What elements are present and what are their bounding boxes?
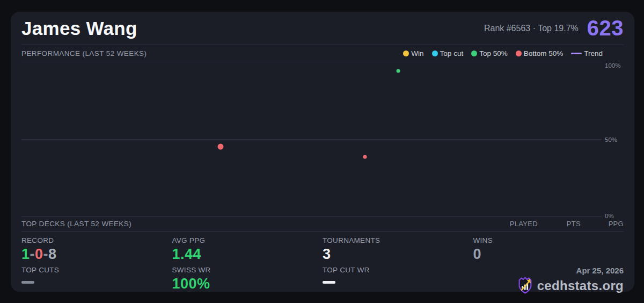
stat-label: RECORD xyxy=(21,236,172,244)
wins-value: 0 xyxy=(473,246,624,263)
brand[interactable]: cedhstats.org xyxy=(473,277,624,294)
chart-legend: WinTop cutTop 50%Bottom 50%Trend xyxy=(403,49,603,57)
stat-record: RECORD 1-0-8 xyxy=(21,236,172,263)
date-label: Apr 25, 2026 xyxy=(473,266,624,275)
data-point-bottom-50 xyxy=(217,144,223,150)
page-title: James Wang xyxy=(21,18,137,39)
stat-label: AVG PPG xyxy=(172,236,323,244)
card-footer: Apr 25, 2026 cedhstats.org xyxy=(473,266,624,294)
data-point-top-50 xyxy=(396,69,400,73)
legend-dot-icon xyxy=(516,50,522,56)
legend-label: Top cut xyxy=(440,49,464,57)
top-decks-title: TOP DECKS (LAST 52 WEEKS) xyxy=(21,220,131,228)
legend-label: Trend xyxy=(584,49,603,57)
stat-label: TOURNAMENTS xyxy=(323,236,473,244)
stat-label: TOP CUT WR xyxy=(323,266,473,274)
rank-summary: Rank #6563 · Top 19.7% 623 xyxy=(484,16,624,40)
player-stats-card: James Wang Rank #6563 · Top 19.7% 623 PE… xyxy=(11,12,634,292)
legend-label: Bottom 50% xyxy=(524,49,564,57)
gridline-0 xyxy=(21,216,602,217)
legend-dot-icon xyxy=(403,50,409,56)
legend-label: Win xyxy=(411,49,423,57)
record-part: - xyxy=(43,246,49,262)
avg-ppg-value: 1.44 xyxy=(172,246,323,263)
performance-chart: 100% 50% 0% xyxy=(21,62,624,217)
record-part: 8 xyxy=(48,246,57,262)
card-header: James Wang Rank #6563 · Top 19.7% 623 xyxy=(21,12,624,45)
legend-label: Top 50% xyxy=(479,49,508,57)
top-cut-wr-empty-value xyxy=(323,281,335,284)
performance-header: PERFORMANCE (LAST 52 WEEKS) WinTop cutTo… xyxy=(21,45,624,62)
top-cuts-empty-value xyxy=(21,281,34,284)
y-tick-50: 50% xyxy=(605,136,617,143)
stat-avg-ppg: AVG PPG 1.44 xyxy=(172,236,323,263)
score-value: 623 xyxy=(587,16,624,40)
record-part: 1 xyxy=(21,246,30,262)
record-part: - xyxy=(30,246,35,262)
stat-label: SWISS WR xyxy=(172,266,323,274)
stat-swiss-wr: SWISS WR 100% xyxy=(172,266,323,294)
data-point-bottom-50 xyxy=(363,155,367,159)
top-decks-header: TOP DECKS (LAST 52 WEEKS) PLAYEDPTSPPG xyxy=(21,217,624,232)
gridline-50 xyxy=(21,139,602,140)
record-value: 1-0-8 xyxy=(21,246,172,263)
record-part: 0 xyxy=(35,246,43,262)
tournaments-value: 3 xyxy=(323,246,473,263)
trend-line-swatch-icon xyxy=(571,53,582,54)
scatter-plot xyxy=(21,62,602,217)
rank-text: Rank #6563 · Top 19.7% xyxy=(484,24,579,33)
deck-table-columns: PLAYEDPTSPPG xyxy=(495,220,624,228)
legend-item-top-cut[interactable]: Top cut xyxy=(432,49,464,57)
y-tick-100: 100% xyxy=(605,62,620,69)
swiss-wr-value: 100% xyxy=(172,276,323,292)
deck-column-pts: PTS xyxy=(538,220,581,228)
gridline-100 xyxy=(21,62,602,62)
stats-grid: RECORD 1-0-8 AVG PPG 1.44 TOURNAMENTS 3 … xyxy=(21,232,624,294)
stat-wins: WINS 0 xyxy=(473,236,624,263)
performance-title: PERFORMANCE (LAST 52 WEEKS) xyxy=(21,49,147,57)
deck-column-played: PLAYED xyxy=(495,220,538,228)
legend-item-top-50[interactable]: Top 50% xyxy=(471,49,508,57)
legend-item-bottom-50[interactable]: Bottom 50% xyxy=(516,49,564,57)
legend-dot-icon xyxy=(471,50,477,56)
cedhstats-shield-logo-icon xyxy=(517,277,533,294)
legend-item-trend[interactable]: Trend xyxy=(571,49,603,57)
y-tick-0: 0% xyxy=(605,213,614,219)
legend-item-win[interactable]: Win xyxy=(403,49,423,57)
stat-label: TOP CUTS xyxy=(21,266,172,274)
stat-label: WINS xyxy=(473,236,624,244)
stat-tournaments: TOURNAMENTS 3 xyxy=(323,236,473,263)
deck-column-ppg: PPG xyxy=(581,220,624,228)
legend-dot-icon xyxy=(432,50,438,56)
stat-top-cuts: TOP CUTS xyxy=(21,266,172,294)
stat-top-cut-wr: TOP CUT WR xyxy=(323,266,473,294)
brand-name: cedhstats.org xyxy=(537,278,624,293)
y-axis: 100% 50% 0% xyxy=(602,62,624,217)
